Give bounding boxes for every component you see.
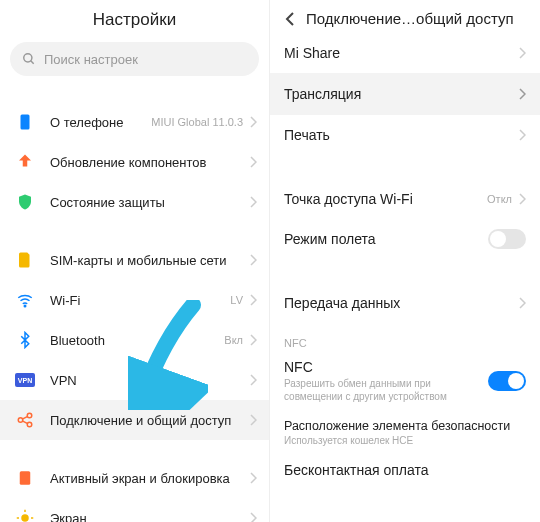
lockscreen-icon (14, 467, 36, 489)
row-hotspot[interactable]: Точка доступа Wi-Fi Откл (270, 179, 540, 219)
chevron-right-icon (518, 193, 526, 205)
chevron-right-icon (518, 129, 526, 141)
bluetooth-label: Bluetooth (50, 333, 224, 348)
shield-icon (14, 191, 36, 213)
connection-page-title: Подключение…общий доступ (306, 10, 526, 27)
sharing-label: Подключение и общий доступ (50, 413, 249, 428)
nfc-section-header: NFC (270, 323, 540, 355)
chevron-right-icon (249, 116, 257, 128)
chevron-right-icon (249, 254, 257, 266)
row-sim[interactable]: SIM-карты и мобильные сети (0, 240, 269, 280)
update-icon (14, 151, 36, 173)
airplane-label: Режим полета (284, 231, 488, 247)
settings-title: Настройки (0, 0, 269, 38)
chevron-right-icon (518, 47, 526, 59)
wifi-icon (14, 289, 36, 311)
row-secure-element[interactable]: Расположение элемента безопасности Испол… (270, 411, 540, 454)
search-icon (22, 52, 36, 66)
chevron-right-icon (249, 334, 257, 346)
chevron-right-icon (518, 88, 526, 100)
security-label: Состояние защиты (50, 195, 249, 210)
row-cast[interactable]: Трансляция (270, 73, 540, 115)
sun-icon (14, 507, 36, 522)
secure-element-desc: Используется кошелек HCE (284, 435, 526, 446)
sim-icon (14, 249, 36, 271)
vpn-label: VPN (50, 373, 249, 388)
nfc-desc: Разрешить обмен данными при совмещении с… (284, 377, 474, 403)
svg-point-7 (27, 413, 32, 418)
row-print[interactable]: Печать (270, 115, 540, 155)
row-update[interactable]: Обновление компонентов (0, 142, 269, 182)
chevron-right-icon (249, 472, 257, 484)
secure-element-label: Расположение элемента безопасности (284, 419, 526, 433)
row-vpn[interactable]: VPN VPN (0, 360, 269, 400)
update-label: Обновление компонентов (50, 155, 249, 170)
nfc-label: NFC (284, 359, 488, 375)
row-bluetooth[interactable]: Bluetooth Вкл (0, 320, 269, 360)
chevron-right-icon (249, 414, 257, 426)
row-about-phone[interactable]: О телефоне MIUI Global 11.0.3 (0, 102, 269, 142)
svg-text:VPN: VPN (18, 377, 32, 384)
row-wifi[interactable]: Wi-Fi LV (0, 280, 269, 320)
row-display[interactable]: Экран (0, 498, 269, 522)
chevron-right-icon (249, 196, 257, 208)
search-input[interactable]: Поиск настроек (10, 42, 259, 76)
chevron-right-icon (249, 374, 257, 386)
chevron-right-icon (249, 512, 257, 522)
svg-point-0 (24, 54, 32, 62)
display-label: Экран (50, 511, 249, 523)
chevron-right-icon (249, 294, 257, 306)
about-badge: MIUI Global 11.0.3 (151, 116, 243, 128)
phone-icon (14, 111, 36, 133)
chevron-right-icon (249, 156, 257, 168)
cast-label: Трансляция (284, 86, 518, 102)
hotspot-label: Точка доступа Wi-Fi (284, 191, 487, 207)
svg-point-3 (24, 305, 26, 307)
svg-point-6 (18, 418, 23, 423)
bluetooth-badge: Вкл (224, 334, 243, 346)
nfc-toggle[interactable] (488, 371, 526, 391)
svg-point-8 (27, 422, 32, 427)
row-airplane[interactable]: Режим полета (270, 219, 540, 259)
share-icon (14, 409, 36, 431)
svg-point-10 (21, 514, 29, 522)
row-data-transfer[interactable]: Передача данных (270, 283, 540, 323)
search-placeholder: Поиск настроек (44, 52, 138, 67)
row-nfc[interactable]: NFC Разрешить обмен данными при совмещен… (270, 355, 540, 411)
svg-rect-2 (21, 115, 30, 130)
row-mishare[interactable]: Mi Share (270, 33, 540, 73)
vpn-icon: VPN (14, 369, 36, 391)
svg-line-1 (31, 61, 34, 64)
bluetooth-icon (14, 329, 36, 351)
print-label: Печать (284, 127, 518, 143)
data-transfer-label: Передача данных (284, 295, 518, 311)
wifi-badge: LV (230, 294, 243, 306)
svg-rect-9 (20, 471, 31, 485)
lockscreen-label: Активный экран и блокировка (50, 471, 249, 486)
back-icon[interactable] (284, 11, 296, 27)
row-connection-sharing[interactable]: Подключение и общий доступ (0, 400, 269, 440)
hotspot-badge: Откл (487, 193, 512, 205)
wifi-label: Wi-Fi (50, 293, 230, 308)
row-lockscreen[interactable]: Активный экран и блокировка (0, 458, 269, 498)
mishare-label: Mi Share (284, 45, 518, 61)
about-label: О телефоне (50, 115, 151, 130)
chevron-right-icon (518, 297, 526, 309)
airplane-toggle[interactable] (488, 229, 526, 249)
row-security[interactable]: Состояние защиты (0, 182, 269, 222)
row-contactless[interactable]: Бесконтактная оплата (270, 454, 540, 478)
sim-label: SIM-карты и мобильные сети (50, 253, 249, 268)
